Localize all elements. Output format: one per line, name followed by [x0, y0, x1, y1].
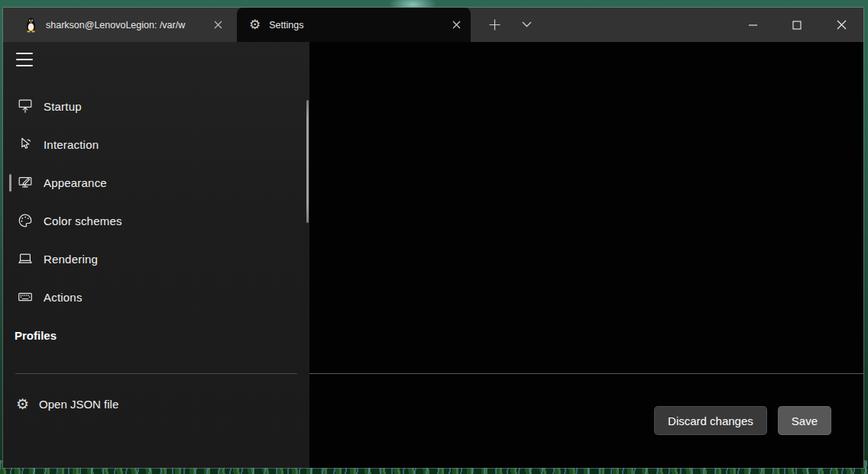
close-icon [214, 21, 222, 29]
close-icon [452, 21, 461, 29]
tab-title: sharkson@LenovoLegion: /var/w [46, 20, 208, 31]
gear-icon: ⚙ [16, 397, 29, 411]
footer-divider [309, 373, 863, 374]
minimize-icon [749, 24, 757, 26]
maximize-button[interactable] [775, 8, 819, 42]
sidebar-item-interaction[interactable]: Interaction [3, 125, 309, 163]
discard-changes-button[interactable]: Discard changes [654, 406, 767, 435]
tab-terminal[interactable]: sharkson@LenovoLegion: /var/w [15, 8, 232, 42]
linux-penguin-icon [24, 17, 37, 33]
tab-close-button[interactable] [208, 15, 228, 35]
tab-settings[interactable]: ⚙ Settings [237, 8, 471, 42]
selection-indicator [9, 174, 11, 192]
open-json-file-button[interactable]: ⚙ Open JSON file [3, 385, 309, 423]
open-json-file-label: Open JSON file [39, 398, 118, 411]
sidebar-item-actions[interactable]: Actions [3, 278, 309, 316]
tab-bar: sharkson@LenovoLegion: /var/w ⚙ Settings [3, 8, 863, 42]
sidebar-item-color-schemes[interactable]: Color schemes [3, 202, 309, 240]
monitor-pen-icon [17, 174, 34, 191]
chevron-down-icon [522, 21, 532, 27]
gear-icon: ⚙ [249, 18, 261, 31]
sidebar-item-label: Rendering [44, 253, 98, 266]
sidebar-item-label: Interaction [44, 138, 99, 151]
terminal-window: sharkson@LenovoLegion: /var/w ⚙ Settings [3, 8, 863, 468]
settings-sidebar: Startup Interaction Appearance Colo [3, 42, 309, 468]
plus-icon [489, 19, 500, 31]
tab-close-button[interactable] [446, 15, 466, 35]
sidebar-item-appearance[interactable]: Appearance [3, 163, 309, 202]
sidebar-item-label: Color schemes [44, 214, 122, 227]
sidebar-item-label: Appearance [44, 176, 107, 189]
sidebar-divider [15, 373, 297, 374]
desktop: { "titlebar": { "tabs": [ { "title": "sh… [0, 0, 868, 474]
sidebar-nav: Startup Interaction Appearance Colo [3, 87, 309, 354]
profiles-section-header: Profiles [3, 316, 309, 354]
sidebar-item-rendering[interactable]: Rendering [3, 240, 309, 278]
close-icon [837, 20, 847, 30]
nav-toggle-button[interactable] [16, 53, 33, 66]
laptop-icon [17, 250, 34, 267]
tab-title: Settings [269, 20, 446, 31]
settings-content-pane: Discard changes Save [309, 42, 863, 468]
new-tab-button[interactable] [482, 12, 507, 37]
maximize-icon [792, 21, 802, 30]
sidebar-item-label: Actions [44, 291, 83, 304]
touch-pointer-icon [17, 136, 34, 153]
window-controls [730, 8, 863, 42]
startup-monitor-icon [17, 98, 34, 114]
sidebar-item-startup[interactable]: Startup [3, 87, 309, 125]
keyboard-icon [17, 289, 34, 305]
sidebar-item-label: Startup [44, 100, 82, 113]
minimize-button[interactable] [730, 8, 775, 42]
sidebar-scrollbar-thumb[interactable] [306, 100, 309, 223]
save-button[interactable]: Save [778, 406, 831, 435]
palette-icon [17, 212, 34, 229]
footer-actions: Discard changes Save [654, 406, 831, 435]
tab-dropdown-button[interactable] [514, 12, 539, 37]
hamburger-icon [16, 53, 33, 54]
close-button[interactable] [819, 8, 863, 42]
